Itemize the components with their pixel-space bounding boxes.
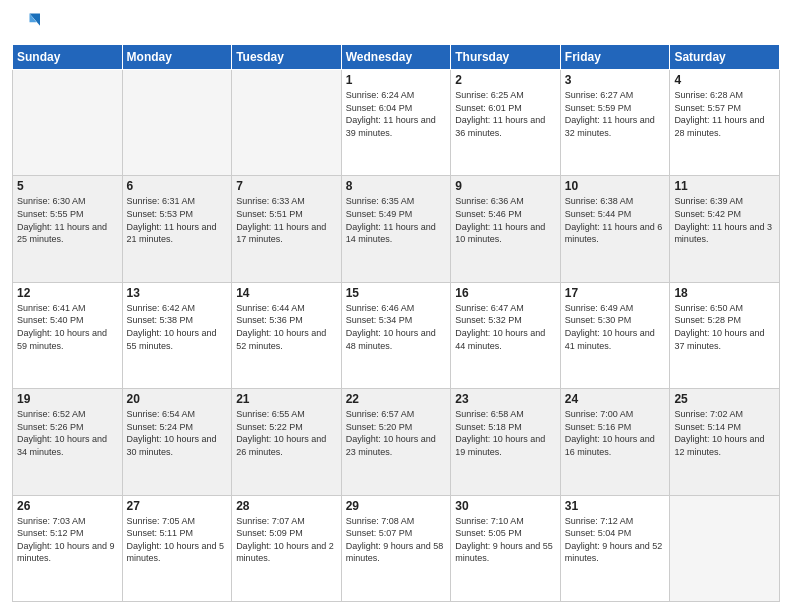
day-number: 24 [565, 392, 666, 406]
day-info: Sunrise: 6:54 AMSunset: 5:24 PMDaylight:… [127, 408, 228, 458]
day-info: Sunrise: 7:05 AMSunset: 5:11 PMDaylight:… [127, 515, 228, 565]
day-number: 25 [674, 392, 775, 406]
calendar-cell: 31Sunrise: 7:12 AMSunset: 5:04 PMDayligh… [560, 495, 670, 601]
day-number: 26 [17, 499, 118, 513]
week-row-3: 12Sunrise: 6:41 AMSunset: 5:40 PMDayligh… [13, 282, 780, 388]
calendar-cell: 12Sunrise: 6:41 AMSunset: 5:40 PMDayligh… [13, 282, 123, 388]
day-number: 13 [127, 286, 228, 300]
day-number: 18 [674, 286, 775, 300]
day-number: 16 [455, 286, 556, 300]
calendar-cell: 11Sunrise: 6:39 AMSunset: 5:42 PMDayligh… [670, 176, 780, 282]
calendar-cell: 30Sunrise: 7:10 AMSunset: 5:05 PMDayligh… [451, 495, 561, 601]
weekday-header-monday: Monday [122, 45, 232, 70]
calendar-cell: 10Sunrise: 6:38 AMSunset: 5:44 PMDayligh… [560, 176, 670, 282]
calendar-cell: 25Sunrise: 7:02 AMSunset: 5:14 PMDayligh… [670, 389, 780, 495]
day-number: 21 [236, 392, 337, 406]
day-number: 22 [346, 392, 447, 406]
day-number: 14 [236, 286, 337, 300]
day-number: 11 [674, 179, 775, 193]
week-row-5: 26Sunrise: 7:03 AMSunset: 5:12 PMDayligh… [13, 495, 780, 601]
day-number: 27 [127, 499, 228, 513]
day-info: Sunrise: 6:52 AMSunset: 5:26 PMDaylight:… [17, 408, 118, 458]
day-number: 29 [346, 499, 447, 513]
day-info: Sunrise: 6:33 AMSunset: 5:51 PMDaylight:… [236, 195, 337, 245]
calendar-cell [13, 70, 123, 176]
calendar-cell: 1Sunrise: 6:24 AMSunset: 6:04 PMDaylight… [341, 70, 451, 176]
calendar-cell: 9Sunrise: 6:36 AMSunset: 5:46 PMDaylight… [451, 176, 561, 282]
calendar-cell: 16Sunrise: 6:47 AMSunset: 5:32 PMDayligh… [451, 282, 561, 388]
day-number: 3 [565, 73, 666, 87]
day-info: Sunrise: 7:08 AMSunset: 5:07 PMDaylight:… [346, 515, 447, 565]
logo [12, 10, 44, 38]
header [12, 10, 780, 38]
calendar-cell: 19Sunrise: 6:52 AMSunset: 5:26 PMDayligh… [13, 389, 123, 495]
day-info: Sunrise: 6:31 AMSunset: 5:53 PMDaylight:… [127, 195, 228, 245]
day-number: 28 [236, 499, 337, 513]
day-number: 9 [455, 179, 556, 193]
calendar-cell: 29Sunrise: 7:08 AMSunset: 5:07 PMDayligh… [341, 495, 451, 601]
calendar-table: SundayMondayTuesdayWednesdayThursdayFrid… [12, 44, 780, 602]
calendar-cell: 21Sunrise: 6:55 AMSunset: 5:22 PMDayligh… [232, 389, 342, 495]
logo-icon [12, 10, 40, 38]
calendar-cell [122, 70, 232, 176]
week-row-2: 5Sunrise: 6:30 AMSunset: 5:55 PMDaylight… [13, 176, 780, 282]
calendar-cell: 6Sunrise: 6:31 AMSunset: 5:53 PMDaylight… [122, 176, 232, 282]
week-row-4: 19Sunrise: 6:52 AMSunset: 5:26 PMDayligh… [13, 389, 780, 495]
weekday-header-thursday: Thursday [451, 45, 561, 70]
day-number: 17 [565, 286, 666, 300]
day-info: Sunrise: 6:46 AMSunset: 5:34 PMDaylight:… [346, 302, 447, 352]
weekday-header-saturday: Saturday [670, 45, 780, 70]
calendar-cell: 13Sunrise: 6:42 AMSunset: 5:38 PMDayligh… [122, 282, 232, 388]
day-info: Sunrise: 7:02 AMSunset: 5:14 PMDaylight:… [674, 408, 775, 458]
calendar-cell: 2Sunrise: 6:25 AMSunset: 6:01 PMDaylight… [451, 70, 561, 176]
calendar-cell: 14Sunrise: 6:44 AMSunset: 5:36 PMDayligh… [232, 282, 342, 388]
day-info: Sunrise: 6:57 AMSunset: 5:20 PMDaylight:… [346, 408, 447, 458]
calendar-cell: 7Sunrise: 6:33 AMSunset: 5:51 PMDaylight… [232, 176, 342, 282]
day-number: 1 [346, 73, 447, 87]
calendar-cell: 4Sunrise: 6:28 AMSunset: 5:57 PMDaylight… [670, 70, 780, 176]
day-number: 20 [127, 392, 228, 406]
day-info: Sunrise: 7:10 AMSunset: 5:05 PMDaylight:… [455, 515, 556, 565]
day-number: 15 [346, 286, 447, 300]
calendar-cell: 20Sunrise: 6:54 AMSunset: 5:24 PMDayligh… [122, 389, 232, 495]
day-info: Sunrise: 6:47 AMSunset: 5:32 PMDaylight:… [455, 302, 556, 352]
day-info: Sunrise: 6:38 AMSunset: 5:44 PMDaylight:… [565, 195, 666, 245]
day-info: Sunrise: 6:58 AMSunset: 5:18 PMDaylight:… [455, 408, 556, 458]
calendar-cell: 22Sunrise: 6:57 AMSunset: 5:20 PMDayligh… [341, 389, 451, 495]
day-info: Sunrise: 6:42 AMSunset: 5:38 PMDaylight:… [127, 302, 228, 352]
calendar-cell: 18Sunrise: 6:50 AMSunset: 5:28 PMDayligh… [670, 282, 780, 388]
calendar-body: 1Sunrise: 6:24 AMSunset: 6:04 PMDaylight… [13, 70, 780, 602]
day-info: Sunrise: 6:30 AMSunset: 5:55 PMDaylight:… [17, 195, 118, 245]
calendar-cell: 28Sunrise: 7:07 AMSunset: 5:09 PMDayligh… [232, 495, 342, 601]
day-info: Sunrise: 6:55 AMSunset: 5:22 PMDaylight:… [236, 408, 337, 458]
day-info: Sunrise: 7:07 AMSunset: 5:09 PMDaylight:… [236, 515, 337, 565]
calendar-cell: 24Sunrise: 7:00 AMSunset: 5:16 PMDayligh… [560, 389, 670, 495]
day-info: Sunrise: 6:44 AMSunset: 5:36 PMDaylight:… [236, 302, 337, 352]
weekday-header-tuesday: Tuesday [232, 45, 342, 70]
day-info: Sunrise: 6:36 AMSunset: 5:46 PMDaylight:… [455, 195, 556, 245]
day-number: 4 [674, 73, 775, 87]
day-number: 7 [236, 179, 337, 193]
week-row-1: 1Sunrise: 6:24 AMSunset: 6:04 PMDaylight… [13, 70, 780, 176]
weekday-header-row: SundayMondayTuesdayWednesdayThursdayFrid… [13, 45, 780, 70]
day-number: 6 [127, 179, 228, 193]
calendar-cell: 5Sunrise: 6:30 AMSunset: 5:55 PMDaylight… [13, 176, 123, 282]
calendar-cell [232, 70, 342, 176]
calendar-cell: 8Sunrise: 6:35 AMSunset: 5:49 PMDaylight… [341, 176, 451, 282]
day-number: 2 [455, 73, 556, 87]
day-info: Sunrise: 7:12 AMSunset: 5:04 PMDaylight:… [565, 515, 666, 565]
day-number: 12 [17, 286, 118, 300]
day-info: Sunrise: 6:25 AMSunset: 6:01 PMDaylight:… [455, 89, 556, 139]
day-info: Sunrise: 6:41 AMSunset: 5:40 PMDaylight:… [17, 302, 118, 352]
calendar-cell [670, 495, 780, 601]
day-info: Sunrise: 7:03 AMSunset: 5:12 PMDaylight:… [17, 515, 118, 565]
calendar-cell: 3Sunrise: 6:27 AMSunset: 5:59 PMDaylight… [560, 70, 670, 176]
day-number: 30 [455, 499, 556, 513]
weekday-header-sunday: Sunday [13, 45, 123, 70]
day-info: Sunrise: 6:50 AMSunset: 5:28 PMDaylight:… [674, 302, 775, 352]
calendar-cell: 15Sunrise: 6:46 AMSunset: 5:34 PMDayligh… [341, 282, 451, 388]
day-number: 5 [17, 179, 118, 193]
day-info: Sunrise: 7:00 AMSunset: 5:16 PMDaylight:… [565, 408, 666, 458]
day-info: Sunrise: 6:24 AMSunset: 6:04 PMDaylight:… [346, 89, 447, 139]
calendar-cell: 17Sunrise: 6:49 AMSunset: 5:30 PMDayligh… [560, 282, 670, 388]
